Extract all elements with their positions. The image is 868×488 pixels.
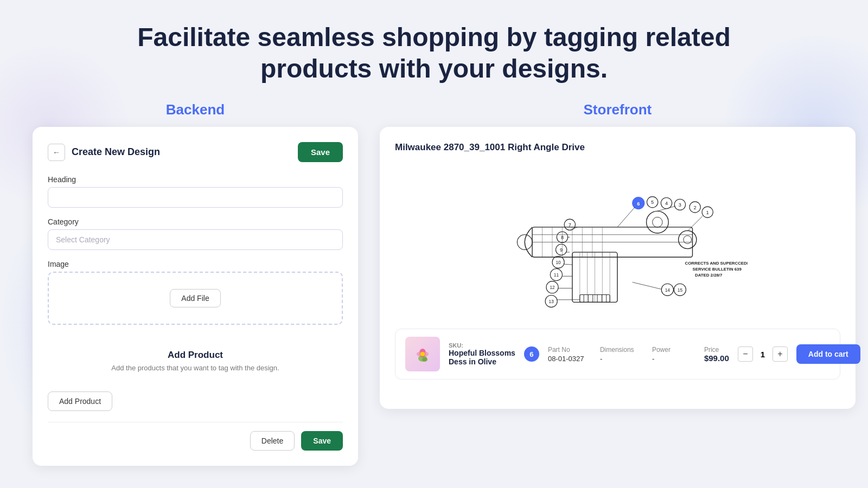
- category-input[interactable]: [48, 229, 343, 250]
- save-bottom-button[interactable]: Save: [301, 431, 343, 451]
- storefront-panel: Storefront Milwaukee 2870_39_1001 Right …: [380, 101, 856, 466]
- backend-card: ← Create New Design Save Heading Categor…: [33, 127, 358, 466]
- svg-text:5: 5: [651, 200, 654, 206]
- svg-point-18: [679, 231, 697, 249]
- card-footer: Delete Save: [48, 422, 343, 451]
- svg-point-17: [653, 217, 662, 227]
- price-col: Price $99.00: [704, 346, 729, 363]
- card-header: ← Create New Design Save: [48, 142, 343, 162]
- main-heading: Facilitate seamless shopping by tagging …: [33, 22, 835, 84]
- add-product-section: Add Product Add the products that you wa…: [48, 335, 343, 381]
- svg-point-16: [647, 211, 669, 234]
- svg-text:2: 2: [694, 205, 697, 210]
- storefront-card: Milwaukee 2870_39_1001 Right Angle Drive: [380, 127, 856, 409]
- svg-text:7: 7: [569, 222, 571, 228]
- product-name: Hopeful Blossoms Dess in Olive: [449, 349, 515, 366]
- svg-text:DATED 2/28/7: DATED 2/28/7: [695, 273, 723, 278]
- add-product-btn-row: Add Product: [48, 391, 343, 411]
- qty-minus-button[interactable]: −: [738, 346, 753, 362]
- svg-line-30: [688, 216, 703, 232]
- svg-text:13: 13: [549, 299, 554, 304]
- add-product-desc: Add the products that you want to tag wi…: [48, 364, 343, 372]
- svg-point-76: [420, 352, 425, 356]
- card-title: Create New Design: [72, 146, 160, 158]
- svg-text:15: 15: [678, 287, 683, 293]
- part-no-col: Part No 08-01-0327: [548, 346, 591, 363]
- add-product-button[interactable]: Add Product: [48, 391, 112, 411]
- dimensions-value: -: [600, 355, 643, 363]
- storefront-product-title: Milwaukee 2870_39_1001 Right Angle Drive: [395, 142, 840, 153]
- power-label: Power: [652, 346, 695, 354]
- product-badge: 6: [524, 346, 539, 362]
- svg-text:10: 10: [556, 260, 561, 265]
- technical-diagram: 1 2 3 4 5: [487, 164, 748, 316]
- product-thumbnail: [405, 337, 440, 371]
- heading-input[interactable]: [48, 187, 343, 208]
- svg-line-66: [633, 282, 662, 290]
- heading-group: Heading: [48, 175, 343, 208]
- svg-line-54: [564, 264, 572, 265]
- dimensions-label: Dimensions: [600, 346, 643, 354]
- svg-text:3: 3: [679, 202, 681, 208]
- svg-point-77: [422, 357, 427, 362]
- svg-text:8: 8: [561, 235, 564, 240]
- qty-plus-button[interactable]: +: [773, 346, 788, 362]
- backend-panel: Backend ← Create New Design Save Heading: [33, 101, 358, 466]
- product-info: SKU: Hopeful Blossoms Dess in Olive: [449, 342, 515, 366]
- back-button[interactable]: ←: [48, 144, 65, 161]
- delete-button[interactable]: Delete: [250, 431, 295, 451]
- svg-text:9: 9: [560, 247, 563, 253]
- power-value: -: [652, 355, 695, 363]
- part-no-value: 08-01-0327: [548, 355, 591, 363]
- sku-label: SKU:: [449, 342, 515, 349]
- image-label: Image: [48, 260, 343, 268]
- dimensions-col: Dimensions -: [600, 346, 643, 363]
- product-image: [412, 343, 433, 365]
- svg-text:4: 4: [665, 201, 668, 206]
- qty-value: 1: [757, 350, 768, 359]
- svg-text:CORRECTS AND SUPERCCEDES: CORRECTS AND SUPERCCEDES: [685, 261, 748, 266]
- product-row: SKU: Hopeful Blossoms Dess in Olive 6 Pa…: [395, 329, 840, 380]
- svg-line-42: [617, 207, 635, 227]
- svg-text:12: 12: [550, 285, 556, 291]
- price-label: Price: [704, 346, 729, 354]
- add-to-cart-button[interactable]: Add to cart: [796, 344, 860, 364]
- category-group: Category: [48, 217, 343, 250]
- card-header-left: ← Create New Design: [48, 144, 160, 161]
- svg-text:11: 11: [554, 272, 559, 278]
- svg-point-19: [684, 236, 692, 244]
- quantity-stepper[interactable]: − 1 +: [738, 346, 788, 362]
- svg-text:SERVICE BULLETIN 639: SERVICE BULLETIN 639: [693, 267, 742, 272]
- svg-text:14: 14: [665, 287, 671, 293]
- diagram-area: 1 2 3 4 5: [395, 164, 840, 316]
- price-value: $99.00: [704, 354, 729, 363]
- part-no-label: Part No: [548, 346, 591, 354]
- svg-text:1: 1: [706, 210, 709, 215]
- svg-text:6: 6: [637, 201, 640, 207]
- heading-label: Heading: [48, 175, 343, 184]
- backend-label: Backend: [33, 101, 358, 118]
- image-group: Image Add File: [48, 260, 343, 325]
- category-label: Category: [48, 217, 343, 226]
- storefront-label: Storefront: [380, 101, 856, 118]
- power-col: Power -: [652, 346, 695, 363]
- add-file-button[interactable]: Add File: [170, 289, 220, 307]
- save-top-button[interactable]: Save: [298, 142, 343, 162]
- add-product-title: Add Product: [48, 350, 343, 361]
- image-upload-area: Add File: [48, 272, 343, 325]
